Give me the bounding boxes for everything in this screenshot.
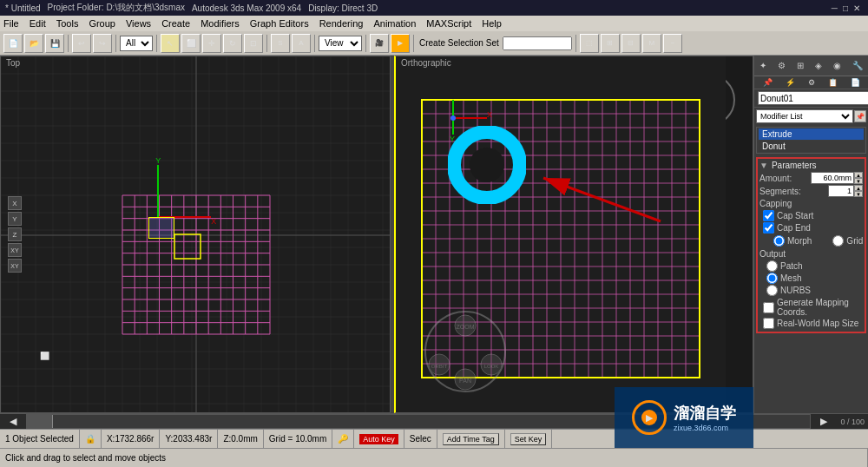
amount-down[interactable]: ▼ (854, 178, 863, 184)
paste-icon[interactable]: 📄 (851, 78, 860, 87)
y-axis-btn[interactable]: Y (8, 212, 22, 226)
material-editor-btn[interactable]: M (642, 34, 661, 53)
gen-mapping-label: Generate Mapping Coords. (777, 298, 859, 317)
render-btn[interactable]: ▶ (391, 34, 410, 53)
menu-tools[interactable]: Tools (56, 18, 79, 29)
display-panel-icon[interactable]: ◉ (833, 61, 841, 70)
select-btn[interactable]: ↖ (161, 34, 180, 53)
timeline-next-btn[interactable]: ▶ (811, 416, 837, 427)
create-panel-icon[interactable]: ✦ (760, 61, 766, 70)
viewport-select[interactable]: View (319, 36, 362, 51)
add-time-tag-btn[interactable]: Add Time Tag (443, 433, 499, 445)
minimize-btn[interactable]: ─ (832, 3, 838, 13)
z-axis-btn[interactable]: Z (8, 227, 22, 241)
viewport-orthographic[interactable]: Orthographic TOP (394, 56, 753, 413)
menu-views[interactable]: Views (126, 18, 151, 29)
segments-up[interactable]: ▲ (854, 185, 863, 191)
auto-key-btn[interactable]: Auto Key (359, 434, 398, 444)
xz-axis-btn[interactable]: XY (8, 259, 22, 273)
menu-group[interactable]: Group (89, 18, 115, 29)
grid-section: Grid = 10.0mm (264, 430, 332, 448)
menu-create[interactable]: Create (161, 18, 190, 29)
modifier-list-select[interactable]: Modifier List (756, 109, 853, 123)
align-btn[interactable]: ⊟ (621, 34, 641, 53)
gen-mapping-checkbox[interactable] (763, 302, 774, 313)
wm-logo-circle: ▶ (632, 400, 667, 435)
amount-up[interactable]: ▲ (854, 172, 863, 178)
curve-editor-btn[interactable]: ~ (663, 34, 682, 53)
amount-input[interactable] (811, 172, 854, 184)
motion-panel-icon[interactable]: ◈ (815, 61, 822, 70)
menu-modifiers[interactable]: Modifiers (201, 18, 240, 29)
grid-label: Grid (846, 236, 863, 246)
snap-toggle[interactable]: S (271, 34, 290, 53)
patch-radio[interactable] (766, 260, 778, 272)
menu-file[interactable]: File (3, 18, 19, 29)
open-btn[interactable]: 📂 (24, 34, 43, 53)
timeline-prev-btn[interactable]: ◀ (0, 416, 26, 427)
viewport-top[interactable]: Top X Y Z XY XY TOP Y X ⬜ (0, 56, 391, 413)
filter-icon[interactable]: ⚡ (786, 78, 795, 87)
ortho-gizmo: Y X (444, 100, 455, 143)
cap-start-checkbox[interactable] (763, 210, 774, 221)
software-version: Autodesk 3ds Max 2009 x64 (192, 3, 301, 13)
cap-end-checkbox[interactable] (763, 222, 774, 234)
angle-snap[interactable]: A (292, 34, 311, 53)
segments-down[interactable]: ▼ (854, 191, 863, 197)
mesh-radio[interactable] (766, 273, 778, 284)
timeline-position: 0 / 100 (837, 418, 868, 426)
menu-help[interactable]: Help (482, 18, 502, 29)
segments-input[interactable] (828, 185, 854, 197)
menu-maxscript[interactable]: MAXScript (426, 18, 471, 29)
svg-point-1 (470, 148, 504, 182)
morph-radio[interactable] (773, 235, 785, 247)
donut-modifier[interactable]: Donut (759, 141, 864, 152)
undo-btn[interactable]: ↩ (72, 34, 91, 53)
set-key-btn[interactable]: Set Key (510, 433, 547, 445)
mirror-btn[interactable]: ⬚ (580, 34, 599, 53)
grid-radio[interactable] (832, 235, 844, 247)
nav-overlay[interactable]: ZOOM ORBIT PAN LOOK (422, 308, 509, 395)
modify-panel-icon[interactable]: ⚙ (778, 61, 786, 70)
array-btn[interactable]: ⊞ (601, 34, 620, 53)
redo-btn[interactable]: ↪ (93, 34, 112, 53)
utility-panel-icon[interactable]: 🔧 (852, 61, 863, 70)
modifier-pin-btn[interactable]: 📌 (854, 110, 866, 122)
hierarchy-panel-icon[interactable]: ⊞ (797, 61, 804, 70)
close-btn[interactable]: ✕ (853, 3, 860, 13)
copy-icon[interactable]: 📋 (828, 78, 838, 87)
settings-icon[interactable]: ⚙ (808, 78, 815, 87)
patch-label: Patch (780, 261, 803, 271)
segments-spinner: ▲ ▼ (854, 185, 863, 197)
selected-objects-text: 1 Object Selected (5, 434, 74, 444)
svg-text:LOOK: LOOK (484, 364, 499, 369)
wm-logo-inner: ▶ (641, 410, 657, 425)
new-btn[interactable]: 📄 (3, 34, 23, 53)
save-btn[interactable]: 💾 (45, 34, 64, 53)
select-region-btn[interactable]: ⬜ (181, 34, 201, 53)
pin-icon[interactable]: 📌 (763, 78, 773, 87)
menu-rendering[interactable]: Rendering (319, 18, 364, 29)
z-coord-section: Z: 0.0mm (218, 430, 263, 448)
menu-edit[interactable]: Edit (30, 18, 46, 29)
amount-label: Amount: (760, 174, 811, 183)
move-btn[interactable]: ✛ (202, 34, 221, 53)
x-axis-btn[interactable]: X (8, 196, 22, 210)
rotate-btn[interactable]: ↻ (223, 34, 242, 53)
nurbs-radio[interactable] (766, 285, 778, 296)
scale-btn[interactable]: ⊡ (244, 34, 263, 53)
render-setup[interactable]: 🎥 (370, 34, 389, 53)
menu-graph-editors[interactable]: Graph Editors (250, 18, 309, 29)
autokey-section: Auto Key (354, 430, 404, 448)
maximize-btn[interactable]: □ (843, 3, 848, 13)
timeline-indicator[interactable] (27, 415, 53, 428)
main-toolbar: 📄 📂 💾 ↩ ↪ All ↖ ⬜ ✛ ↻ ⊡ S A View 🎥 ▶ Cre… (0, 31, 868, 56)
menu-animation[interactable]: Animation (373, 18, 416, 29)
selection-set-input[interactable] (503, 36, 572, 50)
select-filter[interactable]: All (120, 36, 153, 51)
xy-axis-btn[interactable]: XY (8, 243, 22, 257)
realworld-checkbox[interactable] (763, 318, 774, 329)
selected-objects-section: 1 Object Selected (0, 430, 80, 448)
extrude-modifier[interactable]: Extrude (759, 128, 864, 140)
object-name-input[interactable] (758, 91, 868, 105)
